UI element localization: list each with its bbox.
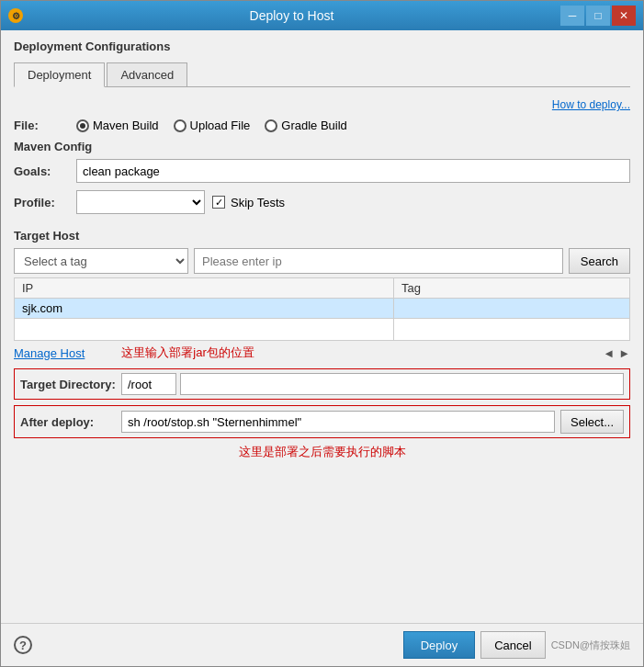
nav-arrows: ◄ ► (603, 346, 630, 360)
empty-row (15, 319, 630, 341)
nav-next-arrow[interactable]: ► (618, 346, 630, 360)
window-title: Deploy to Host (23, 8, 560, 23)
empty-tag-cell (394, 319, 630, 341)
title-bar: ⚙ Deploy to Host ─ □ ✕ (1, 1, 643, 30)
target-host-label: Target Host (14, 229, 630, 243)
file-label: File: (14, 119, 69, 132)
deploy-button[interactable]: Deploy (403, 631, 475, 659)
table-row[interactable]: sjk.com (15, 299, 630, 319)
close-button[interactable]: ✕ (612, 6, 636, 26)
tag-select[interactable]: Select a tag (14, 248, 188, 274)
target-host-section: Target Host Select a tag Search IP Tag (14, 229, 630, 368)
profile-label: Profile: (14, 196, 69, 209)
search-button[interactable]: Search (569, 248, 630, 274)
file-row: File: Maven Build Upload File Gradle Bui… (14, 119, 630, 132)
maximize-button[interactable]: □ (586, 6, 610, 26)
ip-cell: sjk.com (15, 299, 394, 319)
chinese-hint-1: 这里输入部署jar包的位置 (121, 345, 254, 361)
window-icon: ⚙ (8, 8, 23, 23)
ip-input[interactable] (194, 248, 563, 274)
target-directory-label: Target Directory: (20, 378, 121, 391)
upload-file-option[interactable]: Upload File (174, 119, 251, 132)
main-window: ⚙ Deploy to Host ─ □ ✕ Deployment Config… (0, 0, 644, 667)
after-deploy-input[interactable] (121, 411, 555, 433)
after-deploy-label: After deploy: (20, 415, 121, 429)
skip-tests-row: ✓ Skip Tests (212, 196, 285, 209)
host-search-row: Select a tag Search (14, 248, 630, 274)
ip-column-header: IP (15, 278, 394, 299)
nav-prev-arrow[interactable]: ◄ (603, 346, 615, 360)
profile-row: Profile: ✓ Skip Tests (14, 190, 630, 214)
section-title: Deployment Configurations (14, 40, 630, 53)
target-directory-row: Target Directory: (14, 368, 630, 400)
gradle-build-label: Gradle Build (281, 119, 347, 132)
tab-advanced[interactable]: Advanced (107, 62, 187, 86)
goals-label: Goals: (14, 164, 69, 178)
gradle-build-radio[interactable] (265, 119, 277, 132)
chinese-hint-2: 这里是部署之后需要执行的脚本 (14, 444, 630, 460)
upload-file-label: Upload File (190, 119, 251, 132)
how-to-deploy-link[interactable]: How to deploy... (14, 98, 630, 111)
goals-input[interactable] (76, 159, 630, 183)
target-directory-path-input[interactable] (180, 373, 624, 395)
bottom-links: Manage Host 这里输入部署jar包的位置 ◄ ► (14, 345, 630, 361)
content-area: Deployment Configurations Deployment Adv… (1, 30, 643, 623)
cancel-button[interactable]: Cancel (480, 631, 545, 659)
window-controls: ─ □ ✕ (560, 6, 636, 26)
upload-file-radio[interactable] (174, 119, 186, 132)
deploy-form-section: Target Directory: After deploy: Select..… (14, 368, 630, 444)
goals-row: Goals: (14, 159, 630, 183)
maven-config-title: Maven Config (14, 140, 630, 153)
maven-build-label: Maven Build (93, 119, 159, 132)
after-deploy-row: After deploy: Select... (14, 405, 630, 438)
tag-column-header: Tag (394, 278, 630, 299)
profile-select[interactable] (76, 190, 205, 214)
tag-cell (394, 299, 630, 319)
target-directory-input[interactable] (121, 373, 176, 395)
manage-host-link[interactable]: Manage Host (14, 346, 85, 360)
maven-build-radio[interactable] (76, 119, 89, 132)
empty-ip-cell (15, 319, 394, 341)
file-radio-group: Maven Build Upload File Gradle Build (76, 119, 347, 132)
skip-tests-checkbox[interactable]: ✓ (212, 196, 225, 209)
maven-build-option[interactable]: Maven Build (76, 119, 159, 132)
skip-tests-label: Skip Tests (231, 196, 285, 209)
bottom-actions: Deploy Cancel (403, 631, 546, 659)
help-icon[interactable]: ? (14, 636, 32, 654)
minimize-button[interactable]: ─ (560, 6, 584, 26)
watermark: CSDN@情按珠姐 (551, 639, 630, 652)
host-table: IP Tag sjk.com (14, 277, 630, 341)
select-button[interactable]: Select... (560, 410, 624, 434)
bottom-bar: ? Deploy Cancel CSDN@情按珠姐 (1, 623, 643, 666)
tab-bar: Deployment Advanced (14, 62, 630, 87)
tab-deployment[interactable]: Deployment (14, 62, 105, 87)
gradle-build-option[interactable]: Gradle Build (265, 119, 347, 132)
